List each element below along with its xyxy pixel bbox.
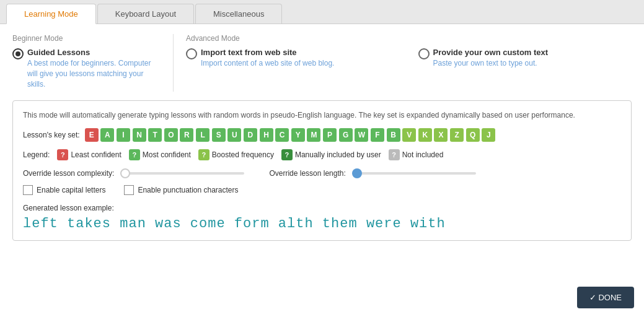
custom-text-desc: Paste your own text to type out. [433,58,549,69]
legend-label: Legend: [23,150,50,159]
key-set-row: Lesson's key set: E A I N T O R L S U D … [23,128,621,142]
legend-green: ? Most confident [129,149,191,160]
punctuation-checkbox[interactable] [124,185,134,195]
advanced-section: Advanced Mode Import text from web site … [174,34,632,92]
generated-lesson-text: left takes man was come form alth them w… [23,216,621,232]
key-badge-q[interactable]: Q [466,128,480,142]
complexity-thumb[interactable] [120,168,130,178]
legend-gray-badge: ? [389,149,400,160]
key-badge-z[interactable]: Z [450,128,464,142]
key-badge-n[interactable]: N [133,128,146,142]
key-badge-o[interactable]: O [164,128,178,142]
tab-miscellaneous[interactable]: Miscellaneous [195,4,282,24]
legend-light-green-label: Boosted frequency [212,150,274,159]
legend-red-badge: ? [57,149,68,160]
key-badge-b[interactable]: B [387,128,400,142]
sliders-row: Override lesson complexity: Override les… [23,169,621,178]
legend-green-label: Most confident [143,150,191,159]
tab-learning-mode[interactable]: Learning Mode [6,4,96,24]
key-badge-t[interactable]: T [148,128,162,142]
import-web-option: Import text from web site Import content… [186,48,400,71]
legend-dark-green-badge: ? [281,149,293,160]
length-thumb[interactable] [352,168,362,178]
key-badge-c[interactable]: C [275,128,289,142]
length-slider-group: Override lesson length: [269,169,475,178]
guided-lessons-option[interactable]: Guided Lessons A best mode for beginners… [12,48,161,89]
legend-light-green: ? Boosted frequency [198,149,274,160]
key-set-label: Lesson's key set: [23,131,80,139]
legend-green-badge: ? [129,149,140,160]
done-btn-container: ✓ DONE [577,287,634,308]
complexity-label: Override lesson complexity: [23,169,114,178]
guided-lessons-box: This mode will automatically generate ty… [12,100,632,241]
import-web-desc: Import content of a web site of web blog… [201,58,334,69]
key-badge-d[interactable]: D [244,128,257,142]
capital-letters-label: Enable capital letters [37,186,105,194]
capital-letters-group: Enable capital letters [23,185,105,195]
box-description: This mode will automatically generate ty… [23,110,621,121]
key-badge-h[interactable]: H [260,128,273,142]
beginner-section-label: Beginner Mode [12,34,161,43]
main-container: Learning Mode Keyboard Layout Miscellane… [0,0,644,317]
import-web-radio[interactable] [186,48,197,59]
key-badge-g[interactable]: G [339,128,353,142]
guided-lessons-radio[interactable] [12,48,24,59]
capital-letters-checkbox[interactable] [23,185,33,195]
key-badge-k[interactable]: K [418,128,432,142]
legend-red: ? Least confident [57,149,121,160]
legend-gray-label: Not included [402,150,444,159]
tabs-bar: Learning Mode Keyboard Layout Miscellane… [0,0,644,24]
key-badge-p[interactable]: P [323,128,337,142]
import-web-title: Import text from web site [201,48,334,57]
custom-text-radio[interactable] [418,48,430,59]
key-badge-f[interactable]: F [371,128,384,142]
key-badge-r[interactable]: R [180,128,193,142]
content-area: Beginner Mode Guided Lessons A best mode… [0,24,644,317]
key-badge-w[interactable]: W [355,128,368,142]
key-badge-e[interactable]: E [85,128,99,142]
guided-lessons-title: Guided Lessons [27,48,161,57]
key-badge-u[interactable]: U [227,128,241,142]
modes-row: Beginner Mode Guided Lessons A best mode… [12,34,632,92]
guided-lessons-desc: A best mode for beginners. Computer will… [27,58,161,89]
key-badge-j[interactable]: J [482,128,495,142]
advanced-section-label: Advanced Mode [186,34,632,43]
length-label: Override lesson length: [269,169,345,178]
complexity-track [120,172,244,175]
legend-light-green-badge: ? [198,149,210,160]
key-badge-v[interactable]: V [402,128,416,142]
tab-keyboard-layout[interactable]: Keyboard Layout [97,4,194,24]
custom-text-title: Provide your own custom text [433,48,549,57]
legend-gray: ? Not included [389,149,444,160]
key-badge-y[interactable]: Y [291,128,305,142]
key-badge-a[interactable]: A [100,128,114,142]
punctuation-label: Enable punctuation characters [138,186,238,194]
legend-dark-green-label: Manually included by user [295,150,381,159]
legend-row: Legend: ? Least confident ? Most confide… [23,149,621,160]
beginner-section: Beginner Mode Guided Lessons A best mode… [12,34,174,92]
legend-red-label: Least confident [71,150,121,159]
done-button[interactable]: ✓ DONE [577,287,634,308]
generated-lesson-label: Generated lesson example: [23,204,621,212]
key-badge-s[interactable]: S [212,128,226,142]
legend-dark-green: ? Manually included by user [281,149,381,160]
key-badge-i[interactable]: I [117,128,130,142]
punctuation-group: Enable punctuation characters [124,185,238,195]
key-badge-m[interactable]: M [307,128,320,142]
complexity-slider-group: Override lesson complexity: [23,169,244,178]
key-badge-x[interactable]: X [434,128,448,142]
custom-text-option: Provide your own custom text Paste your … [418,48,632,71]
key-badge-l[interactable]: L [196,128,210,142]
length-track [352,172,476,175]
checkboxes-row: Enable capital letters Enable punctuatio… [23,185,621,195]
